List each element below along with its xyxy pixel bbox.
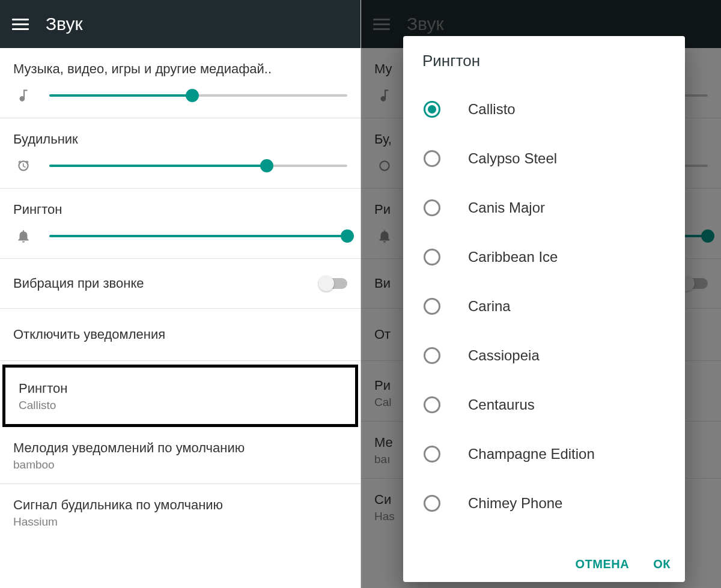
- ringtone-volume-label: Рингтон: [13, 202, 347, 217]
- ringtone-option[interactable]: Caribbean Ice: [403, 232, 685, 282]
- media-volume-label: Музыка, видео, игры и другие медиафай..: [13, 61, 347, 77]
- alarm-sound-label: Сигнал будильника по умолчанию: [13, 497, 347, 513]
- ringtone-option-label: Chimey Phone: [468, 495, 562, 512]
- ringtone-option-label: Canis Major: [468, 199, 545, 216]
- ringtone-option[interactable]: Cassiopeia: [403, 331, 685, 380]
- vibrate-label: Вибрация при звонке: [13, 276, 318, 291]
- ringtone-option-label: Caribbean Ice: [468, 249, 558, 265]
- vibrate-toggle[interactable]: [318, 278, 347, 289]
- bell-icon: [13, 228, 34, 244]
- ringtone-option-label: Callisto: [468, 101, 516, 118]
- ringtone-selection-label: Рингтон: [19, 381, 342, 396]
- alarm-icon: [13, 158, 34, 174]
- ringtone-option[interactable]: Calypso Steel: [403, 134, 685, 183]
- alarm-volume-setting: Будильник: [0, 118, 360, 189]
- ringtone-option[interactable]: Chimey Phone: [403, 479, 685, 528]
- ringtone-option[interactable]: Callisto: [403, 85, 685, 134]
- radio-icon[interactable]: [424, 199, 440, 216]
- menu-icon[interactable]: [12, 16, 29, 33]
- ringtone-option[interactable]: Champagne Edition: [403, 429, 685, 479]
- radio-icon[interactable]: [424, 101, 440, 118]
- dialog-title: Рингтон: [403, 36, 685, 85]
- media-volume-slider[interactable]: [49, 94, 347, 97]
- ringtone-dialog: Рингтон CallistoCalypso SteelCanis Major…: [403, 36, 685, 582]
- media-volume-setting: Музыка, видео, игры и другие медиафай..: [0, 48, 360, 118]
- ringtone-option[interactable]: Centaurus: [403, 380, 685, 429]
- ringtone-option-label: Cassiopeia: [468, 347, 540, 364]
- radio-icon[interactable]: [424, 249, 440, 265]
- ok-button[interactable]: ОК: [653, 557, 671, 571]
- radio-icon[interactable]: [424, 396, 440, 413]
- note-icon: [13, 88, 34, 103]
- page-title: Звук: [46, 14, 83, 34]
- radio-icon[interactable]: [424, 298, 440, 315]
- dnd-row[interactable]: Отключить уведомления: [0, 309, 360, 361]
- ringtone-option-label: Calypso Steel: [468, 150, 557, 167]
- radio-icon[interactable]: [424, 495, 440, 512]
- vibrate-on-call-row[interactable]: Вибрация при звонке: [0, 259, 360, 309]
- radio-icon[interactable]: [424, 150, 440, 167]
- appbar: Звук: [0, 0, 360, 48]
- ringtone-selection-value: Callisto: [19, 399, 342, 412]
- ringtone-option-label: Carina: [468, 298, 511, 315]
- ringtone-selection-row[interactable]: Рингтон Callisto: [2, 365, 358, 427]
- alarm-volume-slider[interactable]: [49, 165, 347, 167]
- notification-sound-label: Мелодия уведомлений по умолчанию: [13, 440, 347, 456]
- ringtone-option[interactable]: Carina: [403, 282, 685, 331]
- right-pane: Звук Му Бу,: [360, 0, 721, 588]
- ringtone-volume-slider[interactable]: [49, 235, 347, 237]
- radio-icon[interactable]: [424, 347, 440, 364]
- left-pane: Звук Музыка, видео, игры и другие медиаф…: [0, 0, 360, 588]
- ringtone-option-label: Centaurus: [468, 396, 535, 413]
- ringtone-option-label: Champagne Edition: [468, 446, 595, 462]
- alarm-sound-value: Hassium: [13, 515, 347, 529]
- alarm-sound-row[interactable]: Сигнал будильника по умолчанию Hassium: [0, 484, 360, 541]
- cancel-button[interactable]: ОТМЕНА: [576, 557, 630, 571]
- alarm-volume-label: Будильник: [13, 132, 347, 147]
- ringtone-option[interactable]: Canis Major: [403, 183, 685, 232]
- ringtone-list: CallistoCalypso SteelCanis MajorCaribbea…: [403, 85, 685, 549]
- ringtone-volume-setting: Рингтон: [0, 189, 360, 259]
- notification-sound-row[interactable]: Мелодия уведомлений по умолчанию bamboo: [0, 427, 360, 484]
- radio-icon[interactable]: [424, 446, 440, 462]
- dnd-label: Отключить уведомления: [13, 327, 165, 342]
- notification-sound-value: bamboo: [13, 458, 347, 471]
